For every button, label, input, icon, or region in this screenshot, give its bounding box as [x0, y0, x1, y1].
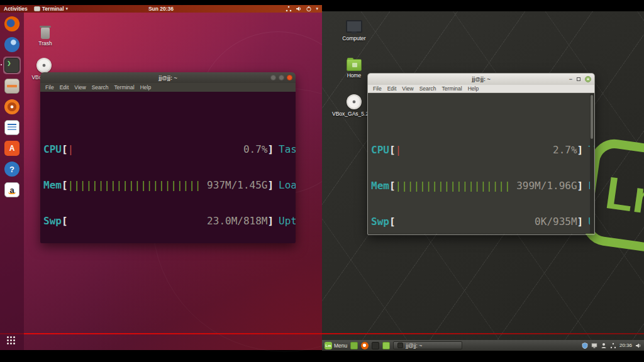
rhythmbox-icon [4, 99, 19, 114]
red-divider-line [0, 333, 644, 334]
cpu-meter: CPU[| 0.7%] [43, 143, 274, 155]
cd-disc-icon [36, 58, 52, 73]
firefox-icon [4, 16, 19, 31]
show-desktop-icon[interactable] [350, 342, 358, 349]
window-titlebar[interactable]: jj@jj: ~ − [368, 74, 594, 85]
system-tray: 20:36 [582, 343, 641, 349]
scrollbar[interactable] [590, 94, 594, 233]
ubuntu-desktop: Activities Terminal ▾ Sun 20:36 [0, 0, 322, 362]
close-button[interactable] [287, 75, 292, 80]
libreoffice-writer-icon [4, 120, 19, 135]
window-list-button[interactable]: jj@jj: ~ [393, 341, 462, 349]
volume-icon[interactable] [635, 343, 641, 349]
desktop-icon-trash[interactable]: Trash [28, 25, 63, 47]
computer-icon [346, 20, 362, 34]
gnome-top-bar: Activities Terminal ▾ Sun 20:36 [0, 5, 322, 13]
user-icon[interactable] [601, 343, 607, 349]
terminal-menubar: FileEditViewSearchTerminalHelp [368, 85, 594, 93]
tasks-line: Tasks: 105, 223 thr; 1 running [279, 143, 296, 155]
htop-output: CPU[| 0.7%] Mem[|||||||||||||||||||||| 9… [40, 92, 296, 243]
app-menu-label: Terminal [42, 6, 64, 12]
terminal-menubar: FileEditViewSearchTerminalHelp [40, 83, 296, 92]
minimize-button[interactable] [270, 75, 276, 80]
mint-wallpaper: Lm Computer Home VBox_GAs_5.2.10 jj@jj: … [322, 11, 644, 351]
firefox-icon[interactable] [361, 342, 369, 349]
dock-item-amazon[interactable]: a [3, 181, 21, 199]
chevron-down-icon: ▾ [66, 6, 69, 11]
htop-output: CPU[| 2.7%] Mem[||||||||||||||||||| 399M… [368, 93, 594, 234]
cd-disc-icon [347, 94, 362, 109]
desktop-icon-label: Trash [28, 40, 63, 47]
dock-item-terminal[interactable] [3, 57, 21, 74]
ubuntu-wallpaper: Trash VBox_ 5.2 A ? a [0, 13, 322, 350]
amazon-icon: a [4, 182, 19, 197]
mem-meter: Mem[|||||||||||||||||||||| 937M/1.45G] [43, 179, 274, 191]
trash-icon [39, 25, 52, 39]
menu-item[interactable]: Terminal [114, 84, 135, 90]
system-status-area[interactable]: ▾ [286, 6, 318, 12]
menu-item[interactable]: Edit [59, 84, 70, 90]
menu-item[interactable]: Help [140, 84, 152, 90]
show-applications-button[interactable] [7, 336, 17, 346]
shield-icon[interactable] [582, 343, 588, 349]
ubuntu-terminal-window: jj@jj: ~ FileEditViewSearchTerminalHelp … [40, 72, 296, 243]
dock-item-rhythmbox[interactable] [3, 98, 21, 116]
help-icon: ? [4, 162, 19, 177]
menu-item[interactable]: Search [91, 84, 109, 90]
terminal-icon [4, 58, 19, 73]
display-icon[interactable] [591, 343, 597, 349]
maximize-button[interactable] [279, 75, 284, 80]
menu-item[interactable]: Edit [387, 85, 397, 92]
power-icon [306, 6, 312, 12]
mem-meter: Mem[||||||||||||||||||| 399M/1.96G] [371, 180, 583, 192]
window-titlebar[interactable]: jj@jj: ~ [40, 72, 296, 83]
menu-item[interactable]: Search [419, 85, 437, 92]
close-button[interactable] [585, 76, 591, 82]
app-menu[interactable]: Terminal ▾ [34, 6, 68, 12]
comparison-screenshot: Activities Terminal ▾ Sun 20:36 [0, 0, 644, 362]
menu-item[interactable]: View [401, 85, 414, 92]
dock-item-writer[interactable] [3, 119, 21, 136]
dock-item-software[interactable]: A [3, 140, 21, 157]
terminal-icon [397, 343, 403, 348]
load-average-line: Load average: 0.24 0.37 0.20 [279, 179, 296, 191]
dock-item-thunderbird[interactable] [3, 36, 21, 53]
menu-button[interactable]: Lm Menu [325, 342, 347, 349]
terminal-icon[interactable] [372, 342, 379, 349]
desktop-icon-label: Computer [332, 35, 376, 41]
swap-meter: Swp[ 23.0M/818M] [43, 215, 274, 227]
volume-icon [296, 6, 302, 12]
window-button-label: jj@jj: ~ [406, 343, 422, 349]
window-title: jj@jj: ~ [472, 76, 491, 82]
window-title: jj@jj: ~ [158, 75, 177, 81]
network-icon [286, 6, 292, 12]
uptime-line: Uptime: 00:06:41 [279, 215, 296, 227]
terminal-window-icon [34, 6, 40, 11]
activities-button[interactable]: Activities [4, 6, 28, 12]
dock-item-firefox[interactable] [3, 15, 21, 33]
files-icon [4, 79, 19, 94]
network-icon[interactable] [610, 343, 616, 349]
cpu-meter: CPU[| 2.7%] [371, 144, 583, 156]
menu-item[interactable]: File [45, 84, 55, 90]
menu-item[interactable]: View [74, 84, 86, 90]
thunderbird-icon [4, 37, 19, 52]
menu-item[interactable]: Help [467, 85, 479, 92]
swap-meter: Swp[ 0K/935M] [371, 216, 583, 228]
ubuntu-dock: A ? a [0, 13, 24, 350]
desktop-icon-computer[interactable]: Computer [332, 20, 376, 41]
mint-menu-icon: Lm [325, 342, 332, 349]
maximize-button[interactable] [577, 77, 580, 81]
dock-item-files[interactable] [3, 77, 21, 95]
menu-label: Menu [334, 343, 347, 349]
chevron-down-icon: ▾ [316, 6, 318, 11]
taskbar-clock[interactable]: 20:36 [619, 343, 632, 348]
dock-item-help[interactable]: ? [3, 160, 21, 178]
minimize-button[interactable]: − [569, 76, 572, 82]
files-icon[interactable] [382, 342, 390, 349]
mint-desktop: Lm Computer Home VBox_GAs_5.2.10 jj@jj: … [322, 0, 644, 362]
home-folder-icon [347, 59, 362, 71]
menu-item[interactable]: File [372, 85, 382, 92]
menu-item[interactable]: Terminal [441, 85, 463, 92]
ubuntu-software-icon: A [4, 141, 19, 156]
